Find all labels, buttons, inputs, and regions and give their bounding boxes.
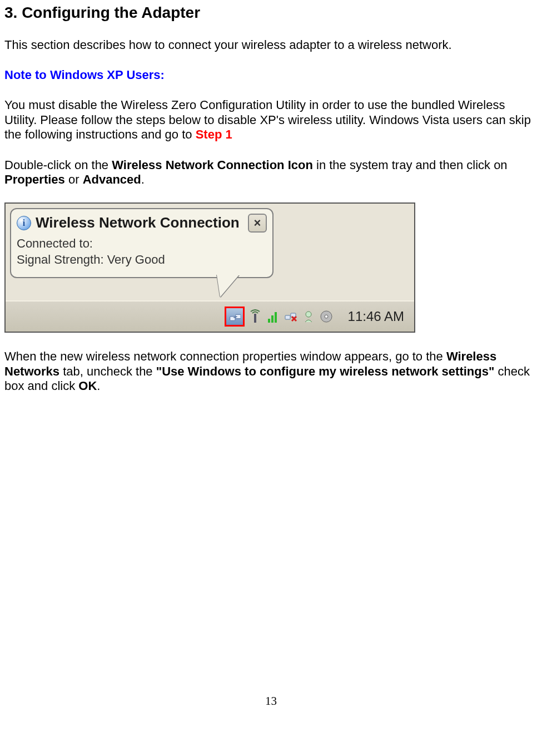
tooltip-line-signal: Signal Strength: Very Good bbox=[17, 252, 267, 268]
info-icon: i bbox=[17, 216, 31, 230]
paragraph-double-click: Double-click on the Wireless Network Con… bbox=[4, 158, 538, 187]
text: You must disable the Wireless Zero Confi… bbox=[4, 98, 531, 141]
properties-label: Properties bbox=[4, 172, 65, 186]
disc-tray-icon[interactable] bbox=[319, 309, 334, 324]
wireless-tray-icon[interactable] bbox=[225, 307, 245, 327]
system-tray: 11:46 AM bbox=[6, 300, 414, 332]
text: or bbox=[65, 172, 83, 186]
svg-rect-8 bbox=[291, 313, 296, 317]
antenna-tray-icon[interactable] bbox=[248, 309, 262, 324]
svg-point-11 bbox=[306, 312, 311, 317]
svg-rect-4 bbox=[268, 319, 270, 323]
screenshot-tray-tooltip: i Wireless Network Connection × Connecte… bbox=[4, 202, 415, 333]
text: When the new wireless network connection… bbox=[4, 349, 446, 363]
paragraph-disable-wzc: You must disable the Wireless Zero Confi… bbox=[4, 98, 538, 142]
network-disabled-tray-icon[interactable] bbox=[284, 309, 298, 324]
page-heading: 3. Configuring the Adapter bbox=[4, 3, 538, 22]
wireless-tooltip: i Wireless Network Connection × Connecte… bbox=[10, 208, 274, 278]
tooltip-titlebar: i Wireless Network Connection × bbox=[17, 214, 267, 233]
page-number: 13 bbox=[4, 694, 538, 708]
svg-point-13 bbox=[325, 315, 328, 318]
advanced-label: Advanced bbox=[83, 172, 141, 186]
tooltip-title: Wireless Network Connection bbox=[36, 214, 240, 233]
step-label: Step 1 bbox=[196, 127, 232, 141]
tooltip-tail bbox=[217, 275, 239, 297]
text: . bbox=[97, 379, 100, 393]
note-heading: Note to Windows XP Users: bbox=[4, 68, 538, 82]
tooltip-line-connected: Connected to: bbox=[17, 236, 267, 252]
taskbar-clock[interactable]: 11:46 AM bbox=[348, 309, 404, 325]
signal-bars-tray-icon[interactable] bbox=[266, 309, 280, 324]
tooltip-close-button[interactable]: × bbox=[248, 214, 267, 233]
ok-label: OK bbox=[78, 379, 97, 393]
text: tab, uncheck the bbox=[59, 364, 156, 378]
svg-rect-5 bbox=[271, 315, 274, 323]
text: Double-click on the bbox=[4, 158, 112, 172]
paragraph-wireless-tab: When the new wireless network connection… bbox=[4, 349, 538, 393]
wireless-icon-label: Wireless Network Connection Icon bbox=[112, 158, 313, 172]
use-windows-label: "Use Windows to configure my wireless ne… bbox=[156, 364, 495, 378]
svg-rect-6 bbox=[275, 312, 277, 323]
svg-rect-7 bbox=[285, 315, 290, 319]
text: in the system tray and then click on bbox=[313, 158, 508, 172]
explorer-tray-icon[interactable] bbox=[301, 309, 316, 324]
text: . bbox=[141, 172, 145, 186]
text: Connected to: bbox=[17, 236, 93, 250]
intro-paragraph: This section describes how to connect yo… bbox=[4, 38, 538, 52]
